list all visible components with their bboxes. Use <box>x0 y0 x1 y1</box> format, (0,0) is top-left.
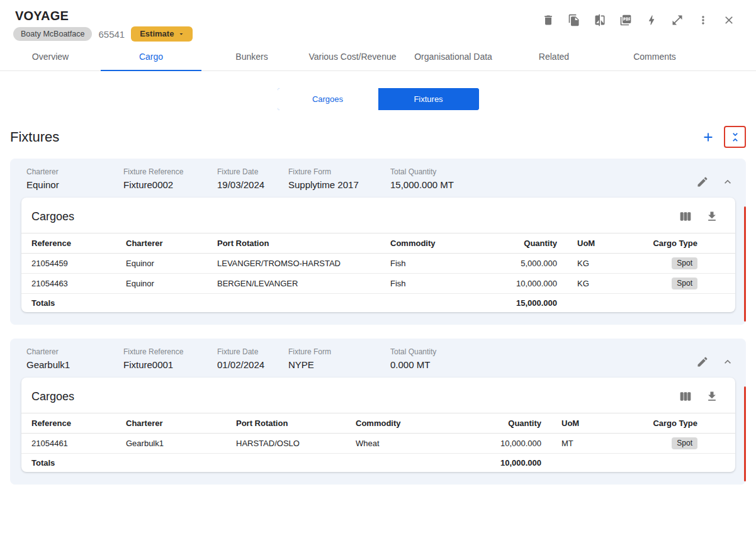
fixture-actions <box>678 355 735 369</box>
total-quantity-label: Total Quantity <box>390 167 678 176</box>
col-uom: UoM <box>557 239 653 248</box>
fixtures-section-title: Fixtures <box>10 129 59 145</box>
tab-bunkers[interactable]: Bunkers <box>201 43 302 70</box>
estimate-button[interactable]: Estimate <box>131 26 193 42</box>
tab-comments[interactable]: Comments <box>604 43 705 70</box>
charterer-label: Charterer <box>26 167 123 176</box>
cell-reference: 21054463 <box>21 279 126 288</box>
view-toggle: Cargoes Fixtures <box>0 88 756 110</box>
cargo-table-header: Reference Charterer Port Rotation Commod… <box>21 413 735 434</box>
charterer-value: Gearbulk1 <box>26 359 123 370</box>
expand-icon[interactable] <box>670 13 684 27</box>
fixture-actions <box>678 175 735 189</box>
edit-fixture-icon[interactable] <box>696 355 709 369</box>
fixture-reference-label: Fixture Reference <box>123 347 217 356</box>
col-reference: Reference <box>21 239 126 248</box>
cargo-table-header: Reference Charterer Port Rotation Commod… <box>21 233 735 254</box>
cell-reference: 21054459 <box>21 259 126 268</box>
cell-uom: KG <box>557 259 653 268</box>
edit-fixture-icon[interactable] <box>696 175 709 189</box>
collapse-all-icon[interactable] <box>724 126 746 148</box>
cell-quantity: 5,000.000 <box>494 259 557 268</box>
fixture-card-equinor: Charterer Equinor Fixture Reference Fixt… <box>10 159 746 325</box>
delete-icon[interactable] <box>541 13 555 27</box>
add-fixture-icon[interactable] <box>697 126 719 148</box>
download-icon[interactable] <box>705 390 719 403</box>
header-toolbar <box>541 13 736 27</box>
fixtures-section-actions <box>697 126 746 148</box>
tab-related[interactable]: Related <box>504 43 604 70</box>
columns-icon[interactable] <box>679 210 692 223</box>
totals-quantity: 15,000.000 <box>494 298 557 308</box>
collapse-fixture-icon[interactable] <box>721 355 735 369</box>
cargo-row[interactable]: 21054459 Equinor LEVANGER/TROMSO-HARSTAD… <box>21 254 735 274</box>
cell-commodity: Wheat <box>356 439 460 448</box>
cell-port-rotation: BERGEN/LEVANGER <box>217 279 390 288</box>
cell-cargo-type: Spot <box>653 278 735 289</box>
cell-uom: MT <box>541 439 637 448</box>
total-quantity-value: 0.000 MT <box>390 359 678 370</box>
cargo-row[interactable]: 21054461 Gearbulk1 HARSTAD/OSLO Wheat 10… <box>21 434 735 454</box>
charterer-value: Equinor <box>26 179 123 190</box>
vessel-chip: Boaty McBoatface <box>13 27 92 41</box>
cargo-row[interactable]: 21054463 Equinor BERGEN/LEVANGER Fish 10… <box>21 274 735 294</box>
total-quantity-value: 15,000.000 MT <box>390 179 678 190</box>
voyage-number: 65541 <box>98 29 125 40</box>
tab-organisational-data[interactable]: Organisational Data <box>403 43 504 70</box>
col-charterer: Charterer <box>126 418 236 428</box>
fixture-date-field: Fixture Date 01/02/2024 <box>217 347 288 370</box>
col-charterer: Charterer <box>126 239 217 248</box>
cargoes-card: Cargoes Reference Charterer Port Rotatio… <box>21 378 735 472</box>
fixture-reference-field: Fixture Reference Fixture0002 <box>123 167 217 190</box>
fixture-date-label: Fixture Date <box>217 347 288 356</box>
cargoes-fixtures-segmented-control: Cargoes Fixtures <box>278 88 479 110</box>
fixtures-section-header: Fixtures <box>10 126 746 148</box>
tab-various-cost-revenue[interactable]: Various Cost/Revenue <box>302 43 403 70</box>
cell-commodity: Fish <box>390 279 494 288</box>
fixture-form-label: Fixture Form <box>288 347 390 356</box>
page-title: VOYAGE <box>15 9 69 23</box>
fixture-form-value: NYPE <box>288 359 390 370</box>
tab-cargo[interactable]: Cargo <box>101 43 201 70</box>
fixture-form-value: Supplytime 2017 <box>288 179 390 190</box>
quick-actions-icon[interactable] <box>645 13 658 27</box>
estimate-button-label: Estimate <box>140 29 174 38</box>
download-icon[interactable] <box>705 210 719 223</box>
totals-label: Totals <box>21 458 126 468</box>
cargo-totals-row: Totals 10,000.000 <box>21 454 735 472</box>
fixture-charterer-field: Charterer Gearbulk1 <box>26 347 123 370</box>
cargoes-actions <box>679 210 719 223</box>
col-commodity: Commodity <box>390 239 494 248</box>
cargoes-card: Cargoes Reference Charterer Port Rotatio… <box>21 198 735 312</box>
col-port-rotation: Port Rotation <box>236 418 356 428</box>
tab-overview[interactable]: Overview <box>0 43 101 70</box>
cargoes-toggle-button[interactable]: Cargoes <box>278 88 378 110</box>
col-quantity: Quantity <box>460 418 541 428</box>
export-pdf-icon[interactable] <box>619 13 633 27</box>
cell-port-rotation: LEVANGER/TROMSO-HARSTAD <box>217 259 390 268</box>
compare-icon[interactable] <box>593 13 607 27</box>
fixture-reference-value: Fixture0001 <box>123 359 217 370</box>
close-icon[interactable] <box>722 13 736 27</box>
cell-quantity: 10,000.000 <box>494 279 557 288</box>
fixtures-toggle-button[interactable]: Fixtures <box>378 88 479 110</box>
voyage-panel: VOYAGE Boaty McBoatface 65541 Estimate <box>0 0 756 550</box>
fixture-header: Charterer Equinor Fixture Reference Fixt… <box>10 159 746 198</box>
cargoes-card-header: Cargoes <box>21 198 735 233</box>
collapse-fixture-icon[interactable] <box>721 175 735 189</box>
columns-icon[interactable] <box>679 390 692 403</box>
fixture-reference-field: Fixture Reference Fixture0001 <box>123 347 217 370</box>
total-quantity-field: Total Quantity 15,000.000 MT <box>390 167 678 190</box>
voyage-header: VOYAGE Boaty McBoatface 65541 Estimate <box>0 0 756 71</box>
cargo-type-badge: Spot <box>672 257 697 269</box>
cell-commodity: Fish <box>390 259 494 268</box>
more-options-icon[interactable] <box>696 13 710 27</box>
totals-quantity: 10,000.000 <box>460 458 541 468</box>
dropdown-caret-icon <box>178 30 185 38</box>
cell-quantity: 10,000.000 <box>460 439 541 448</box>
validation-error-bar <box>744 386 746 481</box>
cargoes-card-header: Cargoes <box>21 378 735 413</box>
duplicate-icon[interactable] <box>567 13 581 27</box>
totals-label: Totals <box>21 298 126 308</box>
cargoes-actions <box>679 390 719 403</box>
